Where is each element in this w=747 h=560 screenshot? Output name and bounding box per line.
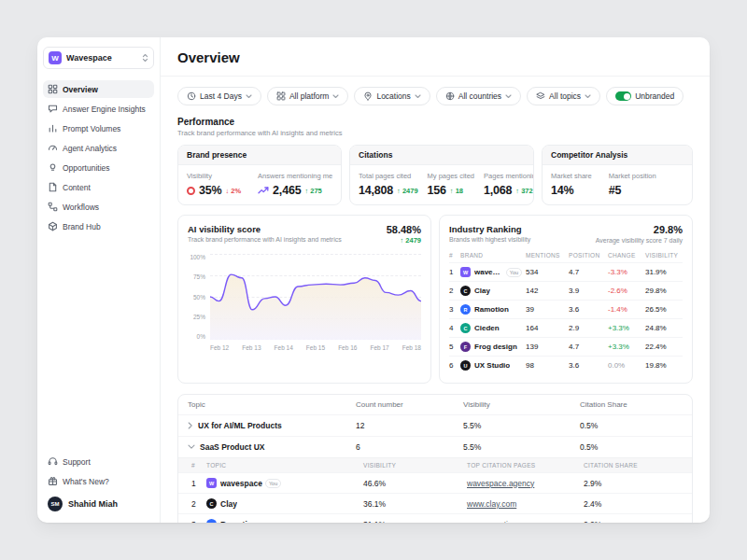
- metric-label: Total pages cited: [359, 172, 418, 180]
- sidebar-item-brand-hub[interactable]: Brand Hub: [43, 217, 154, 235]
- filter-locations[interactable]: Locations: [354, 87, 430, 105]
- position-value: 4.7: [569, 343, 608, 351]
- mentions-value: 164: [526, 324, 569, 332]
- metric-value: 14%: [551, 184, 573, 197]
- change-value: -2.6%: [608, 287, 645, 295]
- unbranded-toggle[interactable]: [615, 91, 631, 101]
- rank-value: 1: [191, 479, 206, 488]
- citation-link[interactable]: wavespace.agency: [467, 479, 584, 488]
- sidebar-item-overview[interactable]: Overview: [43, 80, 154, 98]
- ranking-row: 1 W wavespace You 534 4.7 -3.3% 31.9%: [449, 262, 683, 281]
- metric-label: Market share: [551, 172, 592, 180]
- workspace-logo: W: [49, 51, 62, 64]
- change-value: +3.3%: [608, 324, 645, 332]
- y-axis: 100% 75% 50% 25% 0%: [188, 254, 210, 340]
- subtable-header-row: # Topic Visibility Top citation pages Ci…: [178, 457, 692, 472]
- toggle-knob: [624, 93, 630, 100]
- mentions-value: 142: [526, 287, 569, 295]
- sidebar-item-prompt-volumes[interactable]: Prompt Volumes: [43, 119, 154, 137]
- citations-metric: My pages cited 156 ↑ 18: [428, 172, 474, 197]
- y-tick: 75%: [188, 273, 205, 280]
- ranking-title: Industry Ranking: [449, 224, 530, 234]
- citations-card: Citations Total pages cited 14,808 ↑ 247…: [349, 145, 534, 205]
- globe-icon: [445, 91, 455, 101]
- brand-name: Cieden: [474, 324, 500, 332]
- metric-change: ↓ 2%: [225, 187, 241, 195]
- visibility-value: 5.5%: [463, 421, 580, 430]
- workspace-selector[interactable]: W Wavespace: [43, 47, 154, 69]
- column-header: Brand: [460, 252, 526, 259]
- filter-countries-label: All countries: [458, 91, 501, 101]
- topic-row[interactable]: UX for AI/ML Products 12 5.5% 0.5%: [178, 414, 692, 436]
- rank-value: 3: [191, 520, 206, 524]
- stat-cards-row: Brand presence Visibility 35% ↓ 2% Answe…: [177, 145, 693, 205]
- sidebar-item-agent-analytics[interactable]: Agent Analytics: [43, 139, 154, 157]
- count-value: 6: [356, 442, 463, 452]
- filter-date[interactable]: Last 4 Days: [177, 87, 261, 105]
- sidebar-item-content[interactable]: Content: [43, 178, 154, 196]
- brand-name: Clay: [220, 499, 237, 509]
- visibility-value: 29.8%: [645, 287, 683, 295]
- sidebar-item-opportunities[interactable]: Opportunities: [43, 159, 154, 176]
- metric-change: ↑ 18: [450, 187, 463, 195]
- lightbulb-icon: [48, 162, 58, 173]
- filter-topics-label: All topics: [549, 91, 581, 101]
- count-value: 12: [356, 421, 463, 430]
- column-header: Topic: [188, 400, 356, 409]
- metric-change: ↑ 2479: [397, 187, 418, 195]
- citations-metric: Pages mentioning me 1,068 ↑ 372: [484, 172, 534, 197]
- brand-name: Frog design: [474, 343, 517, 351]
- visibility-value: 31.9%: [645, 268, 683, 276]
- share-value: 2.9%: [584, 479, 683, 488]
- visibility-value: 36.1%: [363, 499, 467, 509]
- metric-label: Visibility: [187, 172, 241, 180]
- column-header: Visibility: [363, 462, 467, 469]
- sidebar-item-label: Workflows: [63, 203, 99, 212]
- gauge-icon: [48, 143, 58, 153]
- performance-section-head: Performance Track brand performance with…: [177, 117, 693, 137]
- brand-name: UX Studio: [474, 361, 510, 370]
- filter-countries[interactable]: All countries: [436, 87, 521, 105]
- chevron-down-icon: [505, 94, 512, 99]
- ranking-header-row: # Brand Mentions Position Change Visibil…: [449, 250, 683, 262]
- filter-topics[interactable]: All topics: [527, 87, 600, 105]
- topic-row-expanded[interactable]: SaaS Product UX 6 5.5% 0.5%: [178, 436, 692, 457]
- column-header: Mentions: [526, 252, 569, 259]
- metric-value: 14,808: [359, 184, 393, 197]
- sidebar-item-support[interactable]: Support: [43, 453, 154, 470]
- unbranded-toggle-pill[interactable]: Unbranded: [606, 87, 684, 105]
- trend-up-icon: [258, 187, 269, 194]
- sidebar-item-whats-new[interactable]: What's New?: [43, 472, 154, 490]
- share-value: 2.4%: [584, 499, 683, 509]
- x-axis: Feb 12 Feb 13 Feb 14 Feb 15 Feb 16 Feb 1…: [210, 344, 421, 351]
- citation-link[interactable]: www.clay.com: [467, 499, 584, 509]
- filter-platform[interactable]: All platform: [267, 87, 349, 105]
- subtable-row: 3 R Ramotion 31.1% www.ramotion.com 2.2%: [178, 513, 692, 523]
- sidebar-item-label: Prompt Volumes: [63, 124, 120, 133]
- avatar: SM: [48, 497, 63, 511]
- user-name: Shahid Miah: [68, 499, 118, 509]
- sidebar-item-workflows[interactable]: Workflows: [43, 198, 154, 216]
- user-profile[interactable]: SM Shahid Miah: [43, 492, 154, 513]
- brand-cell: W wavespace You: [206, 478, 363, 488]
- workflow-icon: [48, 202, 58, 212]
- sidebar-item-answer-engine-insights[interactable]: Answer Engine Insights: [43, 100, 154, 118]
- ranking-row: 2 C Clay 142 3.9 -2.6% 29.8%: [449, 281, 683, 300]
- performance-subtitle: Track brand performance with AI insights…: [177, 129, 693, 137]
- citation-link[interactable]: www.ramotion.com: [467, 520, 584, 524]
- change-value: +3.3%: [608, 343, 645, 351]
- metric-change: ↑ 372: [515, 187, 532, 195]
- x-tick: Feb 12: [210, 344, 229, 351]
- column-header: #: [191, 462, 206, 469]
- brand-cell: R Ramotion: [206, 519, 363, 523]
- main-content: Overview Last 4 Days All platform Locati…: [161, 37, 710, 523]
- y-tick: 50%: [188, 294, 205, 301]
- app-window: W Wavespace Overview Answer Engine Insig…: [37, 37, 710, 523]
- visibility-value: 22.4%: [645, 343, 683, 351]
- brand-logo: W: [460, 267, 471, 277]
- mentions-value: 98: [526, 361, 569, 370]
- metric-value: 2,465: [273, 184, 301, 197]
- share-value: 0.5%: [580, 421, 683, 430]
- market-position-metric: Market position #5: [609, 172, 656, 197]
- ai-visibility-chart: [210, 254, 421, 340]
